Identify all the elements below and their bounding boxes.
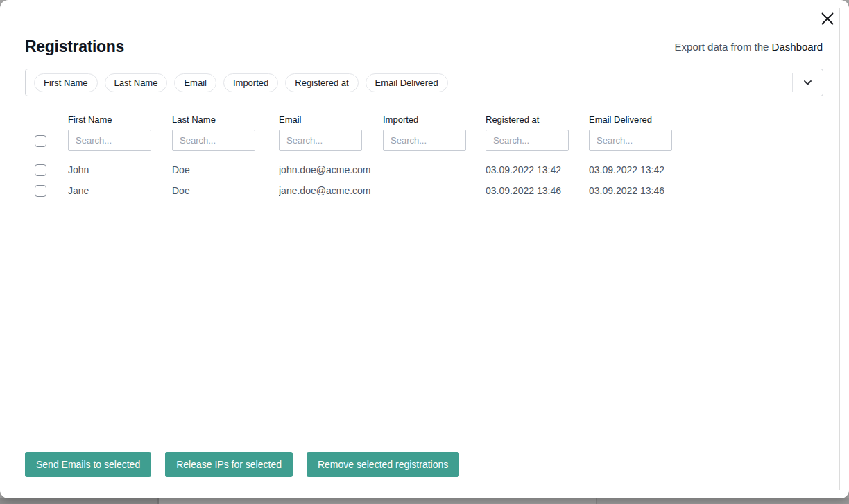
cell-email: john.doe@acme.com (279, 164, 383, 175)
cell-registered-at: 03.09.2022 13:46 (486, 185, 589, 196)
filter-chip-list: First Name Last Name Email Imported Regi… (26, 73, 792, 92)
filter-chip-imported[interactable]: Imported (223, 73, 278, 92)
filter-chip-first-name[interactable]: First Name (34, 73, 98, 92)
table-row: John Doe john.doe@acme.com 03.09.2022 13… (0, 159, 840, 180)
cell-last-name: Doe (172, 185, 279, 196)
action-bar: Send Emails to selected Release IPs for … (25, 452, 459, 477)
select-all-checkbox[interactable] (35, 135, 46, 147)
filter-chip-email[interactable]: Email (174, 73, 216, 92)
cell-registered-at: 03.09.2022 13:42 (486, 164, 589, 175)
filter-chip-registered-at[interactable]: Registered at (285, 73, 358, 92)
export-hint: Export data from the Dashboard (675, 41, 823, 53)
chevron-down-icon[interactable] (793, 69, 823, 96)
search-input-first-name[interactable] (68, 130, 151, 151)
table-row: Jane Doe jane.doe@acme.com 03.09.2022 13… (0, 180, 840, 201)
search-input-email-delivered[interactable] (589, 130, 672, 151)
column-header-registered-at: Registered at (486, 114, 589, 125)
release-ips-button[interactable]: Release IPs for selected (165, 452, 293, 477)
filter-chip-email-delivered[interactable]: Email Delivered (366, 73, 448, 92)
cell-email-delivered: 03.09.2022 13:46 (589, 185, 840, 196)
cell-first-name: Jane (68, 185, 172, 196)
search-input-email[interactable] (279, 130, 362, 151)
registrations-modal: Registrations Export data from the Dashb… (0, 0, 849, 498)
search-input-imported[interactable] (383, 130, 466, 151)
modal-header: Registrations Export data from the Dashb… (25, 37, 823, 56)
background-segment (0, 498, 157, 504)
background-segment (597, 498, 849, 504)
row-checkbox[interactable] (35, 185, 46, 197)
scrollbar-track[interactable] (839, 8, 840, 490)
background-content-strip (0, 498, 849, 504)
close-icon[interactable] (819, 10, 836, 27)
registrations-table: First Name Last Name Email Imported Regi… (0, 114, 840, 201)
send-emails-button[interactable]: Send Emails to selected (25, 452, 151, 477)
column-header-email: Email (279, 114, 383, 125)
search-input-registered-at[interactable] (486, 130, 569, 151)
column-header-imported: Imported (383, 114, 486, 125)
row-checkbox[interactable] (35, 164, 46, 176)
background-segment (159, 498, 596, 504)
cell-email: jane.doe@acme.com (279, 185, 383, 196)
cell-email-delivered: 03.09.2022 13:42 (589, 164, 840, 175)
cell-first-name: John (68, 164, 172, 175)
page-title: Registrations (25, 37, 124, 56)
cell-last-name: Doe (172, 164, 279, 175)
export-hint-text: Export data from the (675, 41, 772, 53)
search-input-last-name[interactable] (172, 130, 255, 151)
table-header-row: First Name Last Name Email Imported Regi… (0, 114, 840, 151)
column-header-first-name: First Name (68, 114, 172, 125)
column-header-email-delivered: Email Delivered (589, 114, 840, 125)
filter-chip-last-name[interactable]: Last Name (105, 73, 168, 92)
column-header-last-name: Last Name (172, 114, 279, 125)
filter-bar: First Name Last Name Email Imported Regi… (25, 69, 823, 96)
dashboard-link[interactable]: Dashboard (772, 41, 823, 53)
remove-registrations-button[interactable]: Remove selected registrations (307, 452, 459, 477)
